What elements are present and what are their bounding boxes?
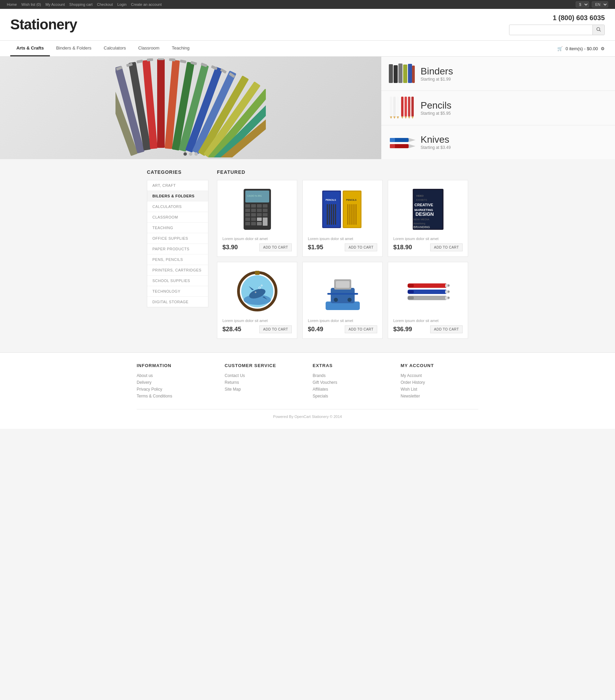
svg-text:BRANDING: BRANDING	[414, 225, 430, 229]
footer-specials[interactable]: Specials	[312, 394, 391, 399]
nav-shopping-cart[interactable]: Shopping cart	[69, 2, 93, 7]
site-logo[interactable]: Stationery	[10, 16, 77, 33]
svg-point-111	[255, 292, 256, 292]
svg-rect-36	[393, 97, 396, 116]
nav-calculators[interactable]: Calculators	[98, 41, 132, 57]
footer-wish-list[interactable]: Wish List	[401, 387, 479, 392]
product-footer-1: $3.90 ADD TO CART	[222, 243, 292, 251]
currency-selector[interactable]: $	[576, 1, 589, 8]
footer-about-us[interactable]: About us	[137, 373, 214, 378]
pencils-title: Pencils	[421, 100, 451, 111]
svg-point-132	[447, 297, 450, 299]
product-footer-3: $18.90 ADD TO CART	[393, 243, 463, 251]
pencils-set-image: PENCILS PENCILS	[320, 187, 365, 232]
cart-info[interactable]: 🛒 0 item(s) - $0.00 ⚙	[557, 46, 605, 51]
footer-site-map[interactable]: Site Map	[225, 387, 303, 392]
product-card-3: VIDEO EXHIBITS CREATIVE MARKETING DESIGN…	[388, 180, 468, 257]
pencils-mini-image	[388, 97, 416, 119]
svg-rect-35	[390, 97, 392, 116]
product-img-2: PENCILS PENCILS	[308, 185, 377, 233]
add-to-cart-btn-1[interactable]: ADD TO CART	[259, 243, 292, 251]
add-to-cart-btn-6[interactable]: ADD TO CART	[430, 325, 463, 333]
nav-checkout[interactable]: Checkout	[97, 2, 113, 7]
footer-my-account[interactable]: My Account	[401, 373, 479, 378]
cat-office-supplies[interactable]: OFFICE SUPPLIES	[147, 233, 208, 244]
footer-order-history[interactable]: Order History	[401, 380, 479, 385]
footer-contact-us[interactable]: Contact Us	[225, 373, 303, 378]
knives-mini-image	[388, 131, 416, 153]
footer-gift-vouchers[interactable]: Gift Vouchers	[312, 380, 391, 385]
svg-text:PENCILS: PENCILS	[325, 199, 336, 201]
nav-login[interactable]: Login	[117, 2, 126, 7]
nav-binders-folders[interactable]: Binders & Folders	[50, 41, 97, 57]
pens-set-image	[404, 269, 452, 313]
banner-card-pencils-text: Pencils Starting at $5.95	[421, 100, 451, 116]
cat-paper-products[interactable]: PAPER PRODUCTS	[147, 244, 208, 254]
cart-icon: 🛒	[557, 46, 563, 51]
banner-main-image	[0, 57, 381, 159]
svg-text:VIDEO: VIDEO	[416, 195, 424, 197]
cat-pens-pencils[interactable]: PENS, PENCILS	[147, 254, 208, 265]
banner-card-knives-text: Knives Starting at $3.49	[421, 134, 451, 150]
svg-rect-61	[263, 204, 268, 208]
footer-returns[interactable]: Returns	[225, 380, 303, 385]
product-card-4: Lorem ipsum dolor sit amet $28.45 ADD TO…	[217, 262, 297, 339]
cat-teaching[interactable]: TEACHING	[147, 223, 208, 233]
cat-digital-storage[interactable]: DIGITAL STORAGE	[147, 297, 208, 307]
top-bar-right: $ EN	[576, 1, 608, 8]
nav-my-account[interactable]: My Account	[46, 2, 65, 7]
dot-1[interactable]	[184, 152, 187, 156]
banner-card-binders-text: Binders Starting at $1.99	[421, 66, 453, 82]
pencils-price: Starting at $5.95	[421, 111, 451, 116]
dot-3[interactable]	[194, 152, 198, 156]
footer-customer-service-title: CUSTOMER SERVICE	[225, 363, 303, 368]
svg-rect-59	[251, 204, 256, 208]
cat-bilders-folders[interactable]: BILDERS & FOLDERS	[147, 191, 208, 201]
cat-calculators[interactable]: CALCULATORS	[147, 201, 208, 212]
banner-card-pencils[interactable]: Pencils Starting at $5.95	[381, 91, 615, 125]
banner-card-binders[interactable]: Binders Starting at $1.99	[381, 57, 615, 91]
cat-classroom[interactable]: CLASSROOM	[147, 212, 208, 223]
product-img-3: VIDEO EXHIBITS CREATIVE MARKETING DESIGN…	[393, 185, 463, 233]
nav-wishlist[interactable]: Wish list (0)	[21, 2, 41, 7]
search-button[interactable]	[592, 25, 604, 35]
product-footer-2: $1.95 ADD TO CART	[308, 243, 377, 251]
svg-rect-51	[390, 138, 395, 142]
footer-brands[interactable]: Brands	[312, 373, 391, 378]
add-to-cart-btn-4[interactable]: ADD TO CART	[259, 325, 292, 333]
nav-create-account[interactable]: Create an account	[131, 2, 162, 7]
cat-art-craft[interactable]: ART, CRAFT	[147, 180, 208, 191]
search-input[interactable]	[509, 25, 592, 35]
svg-rect-32	[403, 64, 407, 83]
featured-title: FEATURED	[217, 170, 468, 175]
nav-classroom[interactable]: Classroom	[132, 41, 166, 57]
language-selector[interactable]: EN	[592, 1, 608, 8]
cat-school-supplies[interactable]: SCHOOL SUPPLIES	[147, 276, 208, 286]
banner-card-knives[interactable]: Knives Starting at $3.49	[381, 125, 615, 159]
footer-affiliates[interactable]: Affiliates	[312, 387, 391, 392]
footer-col-information: INFORMATION About us Delivery Privacy Po…	[137, 363, 214, 401]
footer-privacy-policy[interactable]: Privacy Policy	[137, 387, 214, 392]
product-desc-6: Lorem ipsum dolor sit amet	[393, 318, 463, 323]
footer-newsletter[interactable]: Newsletter	[401, 394, 479, 399]
search-bar	[509, 25, 605, 35]
nav-arts-crafts[interactable]: Arts & Crafts	[10, 41, 50, 57]
add-to-cart-btn-3[interactable]: ADD TO CART	[430, 243, 463, 251]
svg-line-1	[600, 30, 601, 32]
product-footer-6: $36.99 ADD TO CART	[393, 325, 463, 333]
cat-technology[interactable]: TECHNOLOGY	[147, 286, 208, 297]
nav-teaching[interactable]: Teaching	[166, 41, 196, 57]
product-footer-5: $0.49 ADD TO CART	[308, 325, 377, 333]
cat-printers-cartridges[interactable]: PRINTERS, CARTRIDGES	[147, 265, 208, 276]
svg-rect-117	[336, 281, 349, 288]
footer-terms[interactable]: Terms & Conditions	[137, 394, 214, 399]
footer-delivery[interactable]: Delivery	[137, 380, 214, 385]
footer: INFORMATION About us Delivery Privacy Po…	[0, 352, 615, 429]
product-desc-4: Lorem ipsum dolor sit amet	[222, 318, 292, 323]
nav-home[interactable]: Home	[7, 2, 17, 7]
knives-thumbnail	[388, 130, 416, 154]
add-to-cart-btn-5[interactable]: ADD TO CART	[345, 325, 377, 333]
dot-2[interactable]	[189, 152, 192, 156]
banner-side: Binders Starting at $1.99	[381, 57, 615, 159]
add-to-cart-btn-2[interactable]: ADD TO CART	[345, 243, 377, 251]
